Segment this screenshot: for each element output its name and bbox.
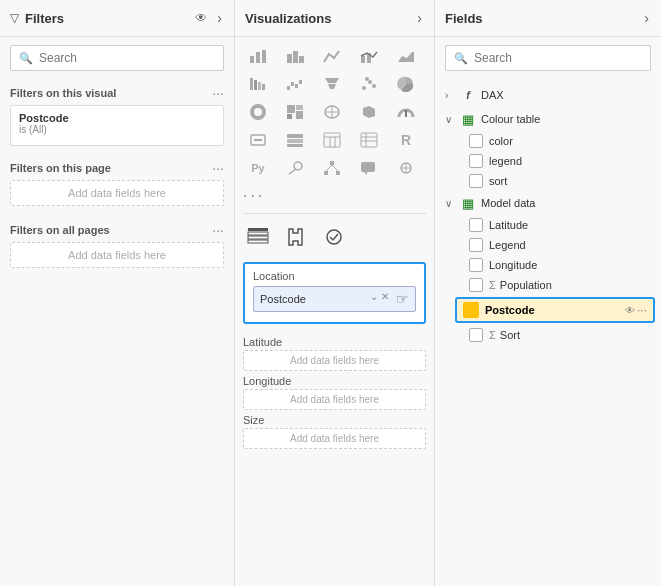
svg-point-61 [327,230,341,244]
viz-icon-pie[interactable] [391,71,421,97]
viz-size-label: Size [243,414,426,426]
filters-page-dots[interactable]: ··· [212,160,224,176]
viz-icon-key-influencer[interactable] [280,155,310,181]
viz-icon-donut[interactable] [243,99,273,125]
viz-icon-table[interactable] [317,127,347,153]
tree-item-sort-md[interactable]: Σ Sort [441,325,655,345]
tree-item-latitude[interactable]: Latitude [441,215,655,235]
viz-header: Visualizations › [235,0,434,37]
viz-icon-speech-bubble[interactable] [354,155,384,181]
viz-icon-scatter[interactable] [354,71,384,97]
viz-icon-card[interactable] [243,127,273,153]
viz-icon-gauge[interactable] [391,99,421,125]
viz-icon-multirow[interactable] [280,127,310,153]
viz-icon-area-chart[interactable] [391,43,421,69]
viz-icon-funnel[interactable] [317,71,347,97]
viz-icon-treemap[interactable] [280,99,310,125]
viz-icon-py-visual[interactable]: Py [243,155,273,181]
longitude-checkbox[interactable] [469,258,483,272]
viz-size-add[interactable]: Add data fields here [243,428,426,449]
svg-rect-11 [258,82,261,90]
filters-page-add-field[interactable]: Add data fields here [10,180,224,206]
filter-icon: ▽ [10,11,19,25]
svg-rect-12 [262,84,265,90]
viz-tool-format[interactable] [281,224,311,250]
sort-md-checkbox[interactable] [469,328,483,342]
tree-item-legend-ct[interactable]: legend [441,151,655,171]
longitude-label: Longitude [489,259,651,271]
legend-ct-checkbox[interactable] [469,154,483,168]
sort-ct-checkbox[interactable] [469,174,483,188]
filters-search-box[interactable]: 🔍 [10,45,224,71]
tree-item-dax[interactable]: › f DAX [441,83,655,107]
fields-search-input[interactable] [474,51,642,65]
viz-latitude-add[interactable]: Add data fields here [243,350,426,371]
viz-icon-waterfall[interactable] [280,71,310,97]
tree-item-model-data[interactable]: ∨ ▦ Model data [441,191,655,215]
filters-postcode-card[interactable]: Postcode is (All) [10,105,224,146]
viz-icon-matrix[interactable] [354,127,384,153]
filters-search-input[interactable] [39,51,215,65]
legend-md-checkbox[interactable] [469,238,483,252]
sort-md-label: Sort [500,329,651,341]
svg-rect-37 [324,133,340,147]
fields-search-box[interactable]: 🔍 [445,45,651,71]
filters-visual-title: Filters on this visual [10,87,116,99]
svg-rect-14 [291,82,294,86]
viz-longitude-add[interactable]: Add data fields here [243,389,426,410]
viz-tool-fields[interactable] [243,224,273,250]
tree-item-postcode-highlighted[interactable]: Postcode 👁 ··· [455,297,655,323]
filters-allpages-add-field[interactable]: Add data fields here [10,242,224,268]
location-dropdown-icon[interactable]: ⌄ [370,291,378,307]
viz-icon-ribbon[interactable] [243,71,273,97]
tree-item-color[interactable]: color [441,131,655,151]
postcode-eye-icon[interactable]: 👁 [625,305,635,316]
location-postcode-field[interactable]: Postcode ⌄ ✕ ☞ [253,286,416,312]
viz-tool-analytics[interactable] [319,224,349,250]
viz-more-dots[interactable]: ··· [235,187,434,209]
model-data-label: Model data [481,197,651,209]
viz-icon-line-chart[interactable] [317,43,347,69]
filters-title: Filters [25,11,193,26]
viz-icon-map[interactable] [317,99,347,125]
svg-point-20 [368,80,372,84]
tree-item-sort-ct[interactable]: sort [441,171,655,191]
color-label: color [489,135,651,147]
viz-icon-filled-map[interactable] [354,99,384,125]
visualizations-panel: Visualizations › [235,0,435,586]
svg-rect-34 [287,134,303,138]
viz-icon-custom[interactable] [391,155,421,181]
postcode-dots-icon[interactable]: ··· [637,303,647,317]
tree-item-population[interactable]: Σ Population [441,275,655,295]
model-data-expand-icon[interactable]: ∨ [445,198,459,209]
viz-icon-r-visual[interactable]: R [391,127,421,153]
svg-rect-24 [287,105,295,113]
location-close-icon[interactable]: ✕ [381,291,389,307]
fields-chevron-icon[interactable]: › [642,8,651,28]
filters-eye-icon[interactable]: 👁 [193,9,209,27]
viz-icon-combo-chart[interactable] [354,43,384,69]
dax-expand-icon[interactable]: › [445,90,459,101]
svg-point-19 [362,86,366,90]
sort-ct-label: sort [489,175,651,187]
tree-item-longitude[interactable]: Longitude [441,255,655,275]
postcode-label: Postcode [485,304,623,316]
latitude-checkbox[interactable] [469,218,483,232]
svg-rect-0 [250,56,254,63]
population-checkbox[interactable] [469,278,483,292]
tree-item-colour-table[interactable]: ∨ ▦ Colour table [441,107,655,131]
filters-chevron-icon[interactable]: › [215,8,224,28]
filter-card-title: Postcode [19,112,215,124]
viz-icon-bar-chart[interactable] [280,43,310,69]
svg-rect-48 [324,171,328,175]
viz-icon-stacked-bar[interactable] [243,43,273,69]
filters-visual-dots[interactable]: ··· [212,85,224,101]
color-checkbox[interactable] [469,134,483,148]
viz-chevron-icon[interactable]: › [415,8,424,28]
filters-allpages-dots[interactable]: ··· [212,222,224,238]
svg-rect-13 [287,86,290,90]
tree-item-legend-md[interactable]: Legend [441,235,655,255]
dax-label: DAX [481,89,651,101]
viz-icon-decomp[interactable] [317,155,347,181]
colour-table-expand-icon[interactable]: ∨ [445,114,459,125]
